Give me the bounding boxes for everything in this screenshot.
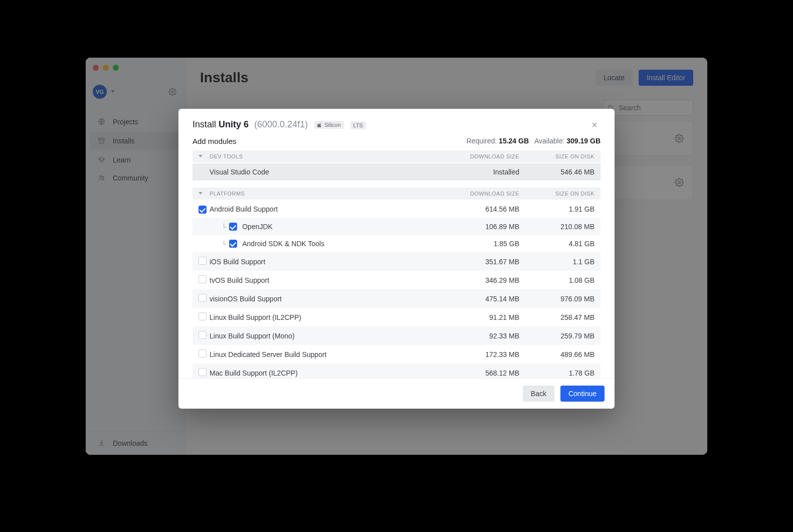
apple-icon	[317, 122, 322, 127]
module-name: Linux Build Support (IL2CPP)	[210, 313, 301, 321]
module-row: Linux Build Support (Mono)92.33 MB259.79…	[192, 326, 601, 345]
modal-title-prefix: Install	[192, 119, 216, 129]
add-modules-label: Add modules	[192, 137, 237, 145]
module-download-size: 106.89 MB	[444, 223, 519, 231]
modal-footer: Back Continue	[178, 378, 615, 409]
module-download-size: 568.12 MB	[444, 369, 519, 377]
section-label: PLATFORMS	[210, 191, 444, 197]
module-checkbox[interactable]	[229, 223, 237, 231]
chevron-down-icon	[199, 155, 203, 157]
module-checkbox[interactable]	[199, 294, 207, 302]
module-row: tvOS Build Support346.29 MB1.08 GB	[192, 271, 601, 289]
section-label: DEV TOOLS	[210, 153, 444, 159]
module-download-size: 614.56 MB	[444, 205, 519, 213]
back-button[interactable]: Back	[523, 386, 554, 402]
module-checkbox[interactable]	[199, 257, 207, 265]
module-row: Linux Build Support (IL2CPP)91.21 MB258.…	[192, 308, 601, 326]
module-row: Mac Build Support (IL2CPP)568.12 MB1.78 …	[192, 364, 601, 378]
install-modules-modal: Install Unity 6 (6000.0.24f1) Silicon LT…	[178, 109, 615, 409]
module-name: Linux Dedicated Server Build Support	[210, 350, 326, 359]
module-download-size: 91.21 MB	[444, 313, 519, 321]
section-header-devtools[interactable]: DEV TOOLS DOWNLOAD SIZE SIZE ON DISK	[192, 150, 601, 162]
module-checkbox[interactable]	[199, 275, 207, 283]
module-disk-size: 546.46 MB	[519, 168, 594, 176]
module-checkbox[interactable]	[199, 206, 207, 214]
module-name: Android Build Support	[210, 205, 278, 213]
col-disk-label: SIZE ON DISK	[519, 191, 594, 197]
module-name: Visual Studio Code	[210, 168, 444, 176]
module-row: Android Build Support614.56 MB1.91 GB	[192, 201, 601, 219]
module-disk-size: 4.81 GB	[519, 240, 594, 248]
module-download-size: 351.67 MB	[444, 258, 519, 266]
modal-title-product: Unity 6	[219, 119, 249, 129]
lts-tag: LTS	[350, 121, 366, 129]
module-checkbox[interactable]	[199, 331, 207, 339]
chevron-down-icon	[199, 192, 203, 195]
module-download-size: 346.29 MB	[444, 276, 519, 284]
continue-button[interactable]: Continue	[560, 386, 605, 402]
module-name: Android SDK & NDK Tools	[242, 240, 324, 248]
modal-title: Install Unity 6 (6000.0.24f1) Silicon LT…	[192, 119, 366, 130]
module-row: └Android SDK & NDK Tools1.85 GB4.81 GB	[192, 235, 601, 252]
col-download-label: DOWNLOAD SIZE	[444, 191, 519, 197]
module-download-size: 475.14 MB	[444, 295, 519, 303]
close-button[interactable]	[588, 119, 601, 131]
module-checkbox[interactable]	[199, 368, 207, 376]
module-checkbox[interactable]	[199, 312, 207, 320]
module-name: tvOS Build Support	[210, 276, 269, 284]
module-row: └OpenJDK106.89 MB210.08 MB	[192, 218, 601, 235]
module-disk-size: 976.09 MB	[519, 295, 594, 303]
section-header-platforms[interactable]: PLATFORMS DOWNLOAD SIZE SIZE ON DISK	[192, 188, 601, 200]
module-checkbox[interactable]	[199, 349, 207, 358]
module-disk-size: 210.08 MB	[519, 223, 594, 231]
module-name: visionOS Build Support	[210, 295, 282, 303]
module-disk-size: 1.91 GB	[519, 205, 594, 213]
module-download-size: 1.85 GB	[444, 240, 519, 248]
module-name: OpenJDK	[242, 223, 273, 231]
tree-connector-icon: └	[222, 240, 226, 248]
modal-version: (6000.0.24f1)	[254, 119, 308, 129]
tree-connector-icon: └	[222, 223, 226, 231]
storage-summary: Required: 15.24 GB Available: 309.19 GB	[467, 137, 601, 145]
module-disk-size: 489.66 MB	[519, 350, 594, 359]
module-download-size: Installed	[444, 168, 519, 176]
silicon-tag: Silicon	[314, 121, 343, 129]
module-row: Linux Dedicated Server Build Support172.…	[192, 345, 601, 364]
module-disk-size: 258.47 MB	[519, 313, 594, 321]
close-icon	[590, 121, 599, 129]
col-download-label: DOWNLOAD SIZE	[444, 153, 519, 159]
modal-header: Install Unity 6 (6000.0.24f1) Silicon LT…	[178, 109, 615, 137]
module-disk-size: 1.08 GB	[519, 276, 594, 284]
module-disk-size: 259.79 MB	[519, 332, 594, 340]
module-row: iOS Build Support351.67 MB1.1 GB	[192, 252, 601, 271]
module-disk-size: 1.78 GB	[519, 369, 594, 377]
col-disk-label: SIZE ON DISK	[519, 153, 594, 159]
module-name: Linux Build Support (Mono)	[210, 332, 295, 340]
module-checkbox[interactable]	[229, 240, 237, 248]
module-name: iOS Build Support	[210, 258, 265, 266]
module-name: Mac Build Support (IL2CPP)	[210, 369, 298, 377]
module-download-size: 92.33 MB	[444, 332, 519, 340]
module-download-size: 172.33 MB	[444, 350, 519, 359]
module-disk-size: 1.1 GB	[519, 258, 594, 266]
module-row: visionOS Build Support475.14 MB976.09 MB	[192, 289, 601, 308]
module-row: Visual Studio Code Installed 546.46 MB	[192, 163, 601, 181]
modules-scroll-area[interactable]: DEV TOOLS DOWNLOAD SIZE SIZE ON DISK Vis…	[192, 150, 608, 378]
modal-subheader: Add modules Required: 15.24 GB Available…	[178, 137, 615, 150]
